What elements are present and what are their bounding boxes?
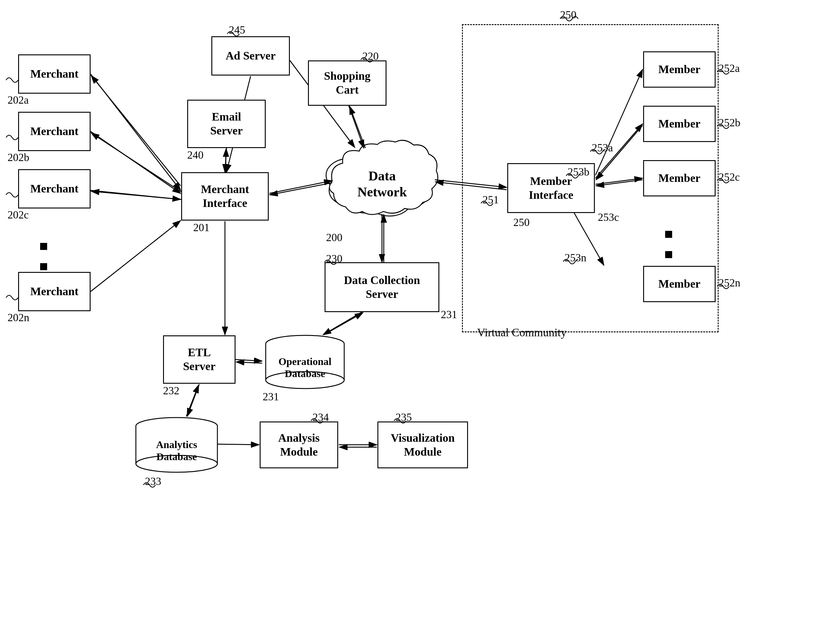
operational-db: Operational Database bbox=[263, 335, 347, 389]
svg-line-16 bbox=[90, 132, 181, 193]
merchant-interface-box: Merchant Interface bbox=[181, 172, 269, 221]
member-c-box: Member bbox=[643, 160, 716, 196]
svg-line-38 bbox=[186, 385, 199, 416]
etl-server-box: ETL Server bbox=[163, 335, 236, 384]
svg-text:Analytics: Analytics bbox=[156, 439, 197, 450]
svg-line-35 bbox=[236, 359, 262, 361]
label-253c: 253c bbox=[598, 211, 619, 224]
label-200: 200 bbox=[326, 231, 343, 244]
analytics-db: Analytics Database bbox=[133, 417, 220, 474]
svg-line-15 bbox=[91, 75, 181, 186]
label-202a: 202a bbox=[8, 94, 29, 106]
squiggle-253n bbox=[562, 256, 578, 265]
squiggle-253a bbox=[589, 146, 605, 155]
svg-line-25 bbox=[269, 183, 332, 195]
label-231: 231 bbox=[441, 308, 457, 321]
squiggle-220 bbox=[359, 54, 375, 63]
svg-line-26 bbox=[349, 106, 364, 148]
squiggle-250 bbox=[557, 13, 581, 22]
svg-text:Database: Database bbox=[285, 368, 325, 379]
visualization-module-box: Visualization Module bbox=[378, 422, 468, 468]
diagram-container: Virtual Community 250 Merchant 202a Merc… bbox=[0, 0, 840, 623]
dots-right: ■■ bbox=[664, 224, 673, 264]
svg-line-19 bbox=[91, 191, 181, 199]
analysis-module-box: Analysis Module bbox=[260, 422, 338, 468]
label-202b: 202b bbox=[8, 151, 29, 164]
svg-line-34 bbox=[324, 313, 363, 335]
svg-line-36 bbox=[236, 362, 262, 363]
squiggle-233 bbox=[142, 479, 157, 488]
squiggle-235 bbox=[393, 415, 408, 424]
svg-line-23 bbox=[226, 149, 226, 172]
squiggle-202c bbox=[5, 189, 20, 198]
dots-left: ■■ bbox=[39, 236, 48, 276]
label-232: 232 bbox=[163, 384, 179, 397]
label-231b: 231 bbox=[263, 390, 279, 403]
squiggle-253b bbox=[565, 170, 581, 179]
virtual-community-label: Virtual Community bbox=[477, 326, 566, 339]
label-202c: 202c bbox=[8, 209, 29, 221]
label-240: 240 bbox=[187, 149, 203, 161]
svg-line-22 bbox=[225, 148, 226, 172]
squiggle-252n bbox=[716, 280, 731, 290]
squiggle-202a bbox=[5, 74, 20, 83]
svg-line-27 bbox=[350, 106, 365, 148]
squiggle-252b bbox=[716, 120, 731, 129]
svg-line-24 bbox=[269, 181, 332, 193]
squiggle-202n bbox=[5, 292, 20, 301]
svg-line-39 bbox=[217, 444, 259, 445]
svg-line-18 bbox=[90, 190, 181, 199]
svg-text:Database: Database bbox=[156, 451, 197, 462]
squiggle-251 bbox=[479, 197, 494, 206]
squiggle-202b bbox=[5, 132, 20, 141]
svg-line-17 bbox=[91, 133, 181, 192]
svg-line-37 bbox=[187, 384, 199, 416]
squiggle-245 bbox=[226, 28, 241, 37]
merchant-c-box: Merchant bbox=[18, 169, 90, 209]
squiggle-252a bbox=[716, 66, 731, 75]
svg-text:Operational: Operational bbox=[278, 356, 332, 367]
merchant-a-box: Merchant bbox=[18, 54, 90, 94]
squiggle-234 bbox=[309, 415, 324, 424]
label-251: 250 bbox=[513, 216, 529, 229]
member-n-box: Member bbox=[643, 266, 716, 302]
data-network-label: DataNetwork bbox=[350, 165, 415, 204]
merchant-n-box: Merchant bbox=[18, 272, 90, 311]
squiggle-230 bbox=[323, 256, 338, 265]
member-b-box: Member bbox=[643, 106, 716, 142]
data-collection-server-box: Data Collection Server bbox=[324, 262, 439, 312]
svg-line-20 bbox=[90, 221, 181, 292]
squiggle-252c bbox=[716, 175, 731, 184]
label-201: 201 bbox=[193, 221, 210, 234]
ad-server-box: Ad Server bbox=[211, 36, 290, 75]
label-202n: 202n bbox=[8, 311, 29, 324]
svg-line-14 bbox=[90, 74, 181, 190]
merchant-b-box: Merchant bbox=[18, 112, 90, 151]
shopping-cart-box: Shopping Cart bbox=[308, 60, 387, 106]
svg-line-33 bbox=[323, 312, 362, 335]
member-a-box: Member bbox=[643, 51, 716, 87]
email-server-box: Email Server bbox=[187, 100, 266, 148]
